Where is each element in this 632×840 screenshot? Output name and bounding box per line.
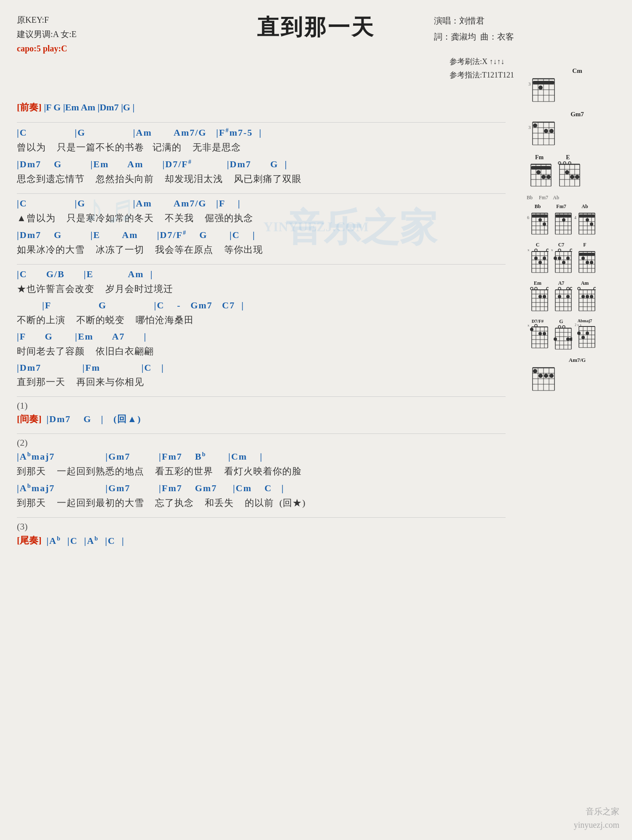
- svg-text:x: x: [551, 248, 553, 252]
- svg-rect-97: [579, 214, 595, 217]
- diag-fm-e-row: Fm E: [527, 154, 628, 190]
- svg-point-40: [546, 175, 551, 179]
- svg-point-71: [543, 222, 546, 226]
- svg-point-99: [590, 222, 593, 226]
- svg-point-228: [566, 337, 570, 341]
- svg-text:3: 3: [528, 81, 531, 86]
- diag-bb: Bb 6: [527, 203, 549, 238]
- svg-point-56: [575, 175, 579, 179]
- svg-point-196: [586, 295, 589, 298]
- verse3-chord2: |Abmaj7 |Gm7 |Fm7 Gm7 |Cm C |: [17, 482, 506, 495]
- verse3-chord1: |Abmaj7 |Gm7 |Fm7 Bb |Cm |: [17, 450, 506, 463]
- svg-point-180: [558, 295, 561, 298]
- diag-d7fs: D7/F# x: [527, 318, 549, 353]
- svg-point-25: [544, 129, 548, 133]
- meta-left: 原KEY:F 建议男调:A 女:E capo:5 play:C: [17, 13, 77, 56]
- verse3-section: (2) |Abmaj7 |Gm7 |Fm7 Bb |Cm | 到那天 一起回到熟…: [17, 437, 506, 510]
- verse2-lyric2: 如果冰冷的大雪 冰冻了一切 我会等在原点 等你出现: [17, 243, 506, 257]
- diag-gm7-name: Gm7: [527, 111, 628, 118]
- divider3: [17, 264, 506, 265]
- song-title: 直到那一天: [17, 13, 615, 42]
- svg-point-115: [538, 261, 542, 264]
- verse1-section: |C |G |Am Am7/G |F#m7-5 | 曾以为 只是一篇不长的书卷 …: [17, 126, 506, 186]
- chorus-lyric3: 时间老去了容颜 依旧白衣翩翩: [17, 344, 506, 358]
- svg-point-197: [590, 295, 593, 298]
- diag-am7g-svg: [527, 364, 556, 394]
- page: 直到那一天 原KEY:F 建议男调:A 女:E capo:5 play:C 演唱…: [0, 0, 632, 840]
- svg-point-212: [538, 332, 542, 335]
- svg-point-55: [570, 175, 574, 179]
- meta-right: 演唱：刘惜君 詞：龚淑均 曲：衣客: [434, 13, 514, 45]
- svg-point-256: [538, 374, 543, 378]
- svg-point-98: [586, 218, 589, 222]
- svg-point-258: [549, 374, 554, 378]
- diag-cm-name: Cm: [527, 67, 628, 75]
- svg-point-213: [543, 332, 546, 335]
- diag-am7g-name: Am7/G: [527, 357, 628, 364]
- diag-fm: Fm: [527, 154, 552, 190]
- svg-rect-146: [579, 253, 595, 256]
- svg-point-255: [533, 369, 537, 373]
- svg-text:x: x: [528, 248, 530, 252]
- chorus-section: |C G/B |E Am | ★也许誓言会改变 岁月会时过境迁 |F G |C …: [17, 268, 506, 389]
- svg-point-195: [581, 295, 585, 298]
- svg-point-227: [554, 337, 557, 341]
- main-content: [前奏] |F G |Em Am |Dm7 |G | |C |G |Am Am7…: [17, 101, 506, 548]
- prelude-section: [前奏] |F G |Em Am |Dm7 |G |: [17, 101, 506, 114]
- verse1-chord1: |C |G |Am Am7/G |F#m7-5 |: [17, 126, 506, 139]
- finger-ref: 参考指法:T121T121: [450, 68, 514, 82]
- svg-point-244: [586, 332, 589, 335]
- chorus-chord3: |F G |Em A7 |: [17, 330, 506, 343]
- verse3-lyric1: 到那天 一起回到熟悉的地点 看五彩的世界 看灯火映着你的脸: [17, 464, 506, 478]
- interlude-section: (1) [间奏] |Dm7 G | (回▲): [17, 400, 506, 426]
- chorus-lyric4: 直到那一天 再回来与你相见: [17, 375, 506, 389]
- svg-point-165: [543, 295, 546, 298]
- prelude-chords: |F G |Em Am |Dm7 |G |: [44, 102, 134, 112]
- svg-text:x: x: [528, 324, 530, 327]
- interlude-chords: |Dm7 G | (回▲): [43, 414, 142, 424]
- diag-bb-fm7-ab-row: Bb 6: [527, 203, 628, 238]
- diag-fret-labels: Bb Fm7 Ab: [527, 195, 628, 201]
- diag-ab: Ab 4: [574, 203, 596, 238]
- divider2: [17, 193, 506, 194]
- verse2-chord2: |Dm7 G |E Am |D7/F# G |C |: [17, 228, 506, 242]
- svg-rect-69: [532, 214, 548, 217]
- divider6: [17, 517, 506, 518]
- diag-c-c7-f-row: C x: [527, 242, 628, 276]
- footer-line1: 音乐之家: [574, 805, 619, 818]
- svg-point-164: [538, 295, 542, 298]
- diag-cm-svg: 3: [527, 75, 556, 105]
- svg-point-148: [586, 261, 589, 264]
- chorus-chord1: |C G/B |E Am |: [17, 268, 506, 281]
- diag-a7: A7: [550, 280, 572, 314]
- outro-label: [尾奏]: [17, 535, 42, 546]
- verse2-chord1: |C |G |Am Am7/G |F |: [17, 197, 506, 210]
- chorus-chord4: |Dm7 |Fm |C |: [17, 361, 506, 375]
- svg-point-133: [562, 261, 565, 264]
- key-info: 原KEY:F: [17, 13, 77, 27]
- diag-abmaj7: Abmaj7 2 x x: [574, 318, 596, 353]
- chorus-lyric2: 不断的上演 不断的蜕变 哪怕沧海桑田: [17, 313, 506, 327]
- singer-info: 演唱：刘惜君: [434, 13, 514, 29]
- diag-em-a7-am-row: Em: [527, 280, 628, 314]
- svg-rect-37: [531, 166, 551, 169]
- svg-point-24: [533, 123, 537, 128]
- svg-point-131: [554, 257, 557, 260]
- verse3-lyric2: 到那天 一起回到最初的大雪 忘了执念 和丢失 的以前 (回★): [17, 496, 506, 510]
- footer-watermark: 音乐之家 yinyuezj.com: [574, 805, 619, 832]
- svg-point-84: [562, 218, 565, 222]
- ref-section: 参考刷法:X ↑↓↑↓ 参考指法:T121T121: [450, 55, 514, 82]
- verse1-chord2: |Dm7 G |Em Am |D7/F# |Dm7 G |: [17, 158, 506, 171]
- svg-rect-11: [533, 81, 554, 84]
- outro-number: (3): [17, 521, 506, 532]
- svg-point-211: [530, 328, 533, 331]
- svg-point-54: [565, 170, 569, 174]
- svg-point-243: [581, 336, 585, 339]
- interlude-line: [间奏] |Dm7 G | (回▲): [17, 413, 506, 426]
- svg-point-149: [590, 261, 593, 264]
- diag-em: Em: [527, 280, 549, 314]
- chorus-lyric1: ★也许誓言会改变 岁月会时过境迁: [17, 282, 506, 296]
- svg-point-242: [577, 332, 581, 335]
- svg-point-12: [538, 86, 543, 90]
- diag-g: G: [550, 318, 572, 353]
